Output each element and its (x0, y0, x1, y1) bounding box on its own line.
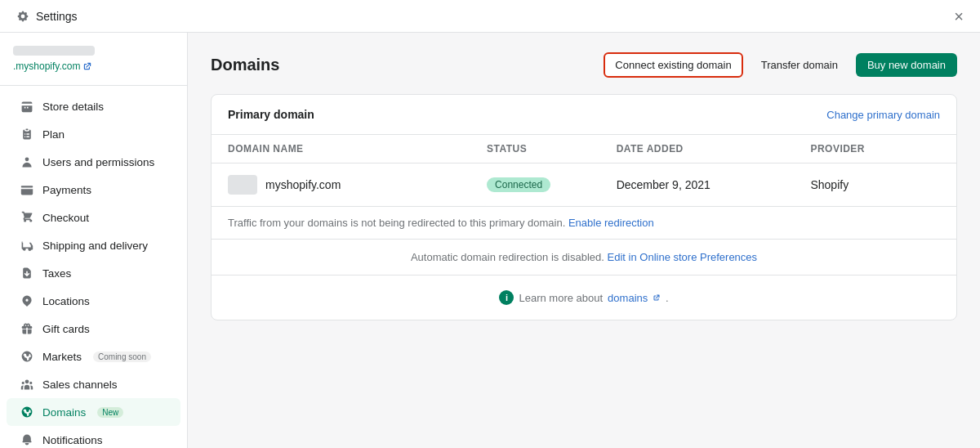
coming-soon-badge: Coming soon (93, 352, 151, 362)
checkout-icon (20, 210, 34, 225)
learn-more-section: i Learn more about domains . (212, 276, 956, 320)
users-icon (20, 155, 34, 169)
table-row: myshopify.com Connected December 9, 2021… (212, 164, 956, 207)
close-button[interactable]: × (954, 8, 964, 25)
sidebar-item-label: Notifications (42, 434, 103, 446)
sidebar-item-label: Domains (42, 406, 86, 419)
sidebar-item-label: Checkout (42, 212, 89, 224)
traffic-notice-row: Traffic from your domains is not being r… (212, 207, 956, 240)
store-url-text: .myshopify.com (13, 60, 80, 72)
sales-icon (20, 377, 34, 392)
provider-cell: Shopify (810, 178, 940, 191)
sidebar-item-label: Shipping and delivery (42, 240, 148, 252)
domain-name: myshopify.com (265, 178, 341, 191)
table-header: Domain Name Status Date added Provider (212, 135, 956, 164)
sidebar-item-taxes[interactable]: Taxes (7, 259, 180, 287)
gear-icon (16, 10, 29, 23)
topbar-title-group: Settings (16, 10, 78, 23)
main-content: Domains Connect existing domain Transfer… (188, 33, 980, 448)
info-icon: i (499, 290, 514, 305)
page-header: Domains Connect existing domain Transfer… (211, 52, 957, 78)
sidebar-item-label: Markets (42, 351, 82, 363)
learn-more-period: . (666, 292, 669, 304)
sidebar-item-locations[interactable]: Locations (7, 287, 180, 315)
external-link-icon (82, 61, 92, 71)
sidebar-item-notifications[interactable]: Notifications (7, 426, 180, 448)
plan-icon (20, 127, 34, 141)
col-provider: Provider (810, 143, 940, 155)
date-cell: December 9, 2021 (617, 178, 811, 191)
sidebar-item-label: Plan (42, 128, 65, 141)
status-badge: Connected (487, 177, 550, 192)
store-url-link[interactable]: .myshopify.com (13, 60, 174, 72)
traffic-notice-text: Traffic from your domains is not being r… (228, 217, 565, 229)
sidebar: .myshopify.com Store details (0, 33, 188, 448)
svg-rect-0 (21, 186, 33, 187)
nav-list: Store details Plan Users and permissions (0, 86, 187, 448)
location-icon (20, 293, 34, 308)
new-badge: New (97, 407, 123, 418)
sidebar-item-markets[interactable]: Markets Coming soon (7, 343, 180, 370)
redirect-disabled-text: Automatic domain redirection is disabled… (411, 251, 604, 263)
transfer-domain-button[interactable]: Transfer domain (751, 54, 848, 76)
col-date: Date added (617, 143, 811, 155)
edit-link-text: Edit in Online store Preferences (608, 251, 758, 263)
connect-existing-domain-button[interactable]: Connect existing domain (604, 52, 742, 78)
sidebar-item-label: Users and permissions (42, 156, 154, 168)
page-title: Domains (211, 56, 279, 74)
taxes-icon (20, 266, 34, 280)
notifications-icon (20, 432, 34, 447)
sidebar-item-label: Gift cards (42, 323, 90, 335)
domain-avatar (228, 175, 257, 195)
store-icon (20, 99, 34, 114)
primary-domain-title: Primary domain (228, 108, 314, 121)
sidebar-item-label: Sales channels (42, 379, 118, 391)
sidebar-item-label: Locations (42, 295, 90, 307)
primary-domain-card: Primary domain Change primary domain Dom… (211, 94, 957, 320)
markets-icon (20, 349, 34, 364)
domains-icon (20, 405, 34, 419)
domains-link-text: domains (608, 292, 648, 304)
col-status: Status (487, 143, 617, 155)
status-cell: Connected (487, 177, 617, 192)
sidebar-item-payments[interactable]: Payments (7, 176, 180, 204)
enable-redirection-link[interactable]: Enable redirection (568, 217, 654, 229)
sidebar-item-label: Taxes (42, 267, 71, 280)
sidebar-item-plan[interactable]: Plan (7, 120, 180, 148)
learn-more-text: Learn more about (519, 292, 603, 304)
topbar: Settings × (0, 0, 980, 33)
external-link-small-icon (653, 293, 661, 302)
domains-learn-more-link[interactable]: domains (608, 292, 661, 304)
sidebar-item-checkout[interactable]: Checkout (7, 204, 180, 231)
domain-cell: myshopify.com (228, 175, 487, 195)
sidebar-item-label: Store details (42, 101, 104, 113)
sidebar-item-domains[interactable]: Domains New (7, 398, 180, 426)
settings-title: Settings (36, 10, 78, 23)
card-header: Primary domain Change primary domain (212, 95, 956, 135)
payments-icon (20, 182, 34, 197)
change-primary-domain-link[interactable]: Change primary domain (826, 109, 940, 121)
sidebar-item-store-details[interactable]: Store details (7, 92, 180, 120)
sidebar-item-sales-channels[interactable]: Sales channels (7, 370, 180, 398)
redirect-notice: Automatic domain redirection is disabled… (212, 240, 956, 276)
store-info: .myshopify.com (0, 46, 187, 86)
sidebar-item-users[interactable]: Users and permissions (7, 148, 180, 176)
settings-modal: Settings × .myshopify.com (0, 0, 980, 448)
shipping-icon (20, 238, 34, 253)
store-name-bar (13, 46, 95, 56)
col-domain-name: Domain Name (228, 143, 487, 155)
buy-new-domain-button[interactable]: Buy new domain (856, 53, 957, 77)
sidebar-item-shipping[interactable]: Shipping and delivery (7, 231, 180, 259)
sidebar-item-label: Payments (42, 184, 91, 196)
sidebar-item-gift-cards[interactable]: Gift cards (7, 315, 180, 343)
gift-icon (20, 321, 34, 336)
edit-online-store-link[interactable]: Edit in Online store Preferences (608, 251, 758, 263)
header-actions: Connect existing domain Transfer domain … (604, 52, 957, 78)
content-area: .myshopify.com Store details (0, 33, 980, 448)
